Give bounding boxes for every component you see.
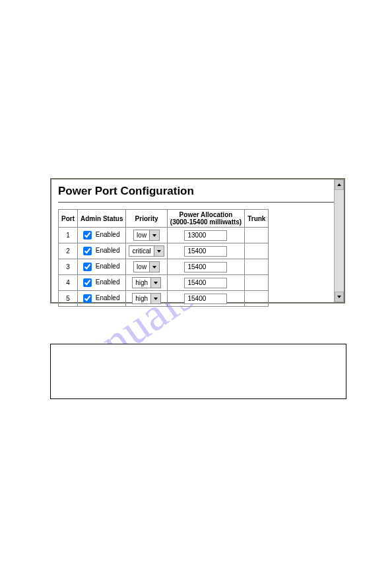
enabled-label: Enabled	[96, 294, 120, 301]
allocation-input[interactable]	[184, 278, 227, 288]
port-number-cell: 2	[59, 243, 78, 259]
priority-select[interactable]: low	[133, 230, 160, 241]
config-panel: Power Port Configuration Port Admin Stat…	[50, 178, 345, 303]
page-title: Power Port Configuration	[58, 185, 341, 198]
chevron-down-icon	[154, 282, 158, 284]
select-dropdown-button[interactable]	[150, 278, 160, 288]
admin-status-cell: Enabled	[78, 259, 126, 275]
priority-cell: critical	[126, 243, 167, 259]
priority-select[interactable]: high	[132, 293, 161, 304]
col-admin-status: Admin Status	[78, 210, 126, 228]
col-power-allocation-line2: (3000-15400 milliwatts)	[170, 218, 242, 226]
priority-value: critical	[129, 246, 153, 256]
allocation-input[interactable]	[184, 294, 227, 304]
priority-value: high	[133, 294, 150, 303]
col-power-allocation: Power Allocation (3000-15400 milliwatts)	[167, 210, 244, 228]
col-power-allocation-line1: Power Allocation	[180, 211, 233, 218]
allocation-cell	[167, 259, 244, 275]
admin-status-cell: Enabled	[78, 228, 126, 243]
priority-select[interactable]: critical	[129, 245, 164, 257]
allocation-input[interactable]	[184, 246, 227, 257]
allocation-input[interactable]	[184, 230, 227, 241]
scroll-down-button[interactable]	[335, 292, 344, 302]
priority-value: low	[134, 230, 149, 240]
chevron-down-icon	[337, 296, 341, 298]
enabled-label: Enabled	[96, 231, 120, 238]
table-header-row: Port Admin Status Priority Power Allocat…	[59, 210, 269, 228]
trunk-cell	[245, 259, 269, 275]
scrollbar[interactable]	[334, 179, 344, 302]
table-row: 3 Enabledlow	[59, 259, 269, 275]
admin-status-cell: Enabled	[78, 291, 126, 307]
select-dropdown-button[interactable]	[149, 230, 159, 240]
chevron-down-icon	[157, 250, 161, 253]
chevron-down-icon	[152, 234, 156, 237]
enabled-label: Enabled	[96, 247, 120, 254]
select-dropdown-button[interactable]	[149, 262, 159, 272]
scroll-up-button[interactable]	[335, 179, 344, 190]
priority-value: high	[133, 278, 150, 288]
chevron-down-icon	[152, 266, 156, 269]
priority-select[interactable]: low	[133, 261, 160, 272]
enabled-label: Enabled	[96, 263, 120, 270]
trunk-cell	[245, 291, 269, 307]
admin-status-cell: Enabled	[78, 275, 126, 291]
allocation-cell	[167, 291, 244, 307]
enabled-label: Enabled	[96, 278, 120, 286]
chevron-down-icon	[154, 298, 158, 300]
enabled-checkbox[interactable]	[83, 231, 92, 239]
port-number-cell: 1	[59, 228, 78, 243]
priority-value: low	[134, 262, 149, 272]
allocation-cell	[167, 228, 244, 243]
priority-cell: low	[126, 259, 167, 275]
title-divider	[58, 202, 341, 203]
select-dropdown-button[interactable]	[150, 294, 160, 303]
admin-status-cell: Enabled	[78, 243, 126, 259]
table-row: 2 Enabledcritical	[59, 243, 269, 259]
col-port: Port	[59, 210, 78, 228]
table-row: 5 Enabledhigh	[59, 291, 269, 307]
trunk-cell	[245, 275, 269, 291]
priority-cell: low	[126, 228, 167, 243]
port-number-cell: 4	[59, 275, 78, 291]
allocation-cell	[167, 243, 244, 259]
enabled-checkbox[interactable]	[83, 294, 92, 303]
table-row: 4 Enabledhigh	[59, 275, 269, 291]
port-config-table: Port Admin Status Priority Power Allocat…	[58, 209, 269, 307]
trunk-cell	[245, 243, 269, 259]
priority-cell: high	[126, 291, 167, 307]
trunk-cell	[245, 228, 269, 243]
enabled-checkbox[interactable]	[83, 278, 92, 287]
col-trunk: Trunk	[245, 210, 269, 228]
allocation-input[interactable]	[184, 262, 227, 272]
empty-box	[50, 344, 346, 399]
priority-cell: high	[126, 275, 167, 291]
select-dropdown-button[interactable]	[154, 246, 164, 256]
port-number-cell: 5	[59, 291, 78, 307]
priority-select[interactable]: high	[132, 277, 161, 288]
chevron-up-icon	[337, 183, 341, 186]
enabled-checkbox[interactable]	[83, 247, 92, 255]
allocation-cell	[167, 275, 244, 291]
col-priority: Priority	[126, 210, 167, 228]
enabled-checkbox[interactable]	[83, 263, 92, 271]
table-row: 1 Enabledlow	[59, 228, 269, 243]
port-number-cell: 3	[59, 259, 78, 275]
